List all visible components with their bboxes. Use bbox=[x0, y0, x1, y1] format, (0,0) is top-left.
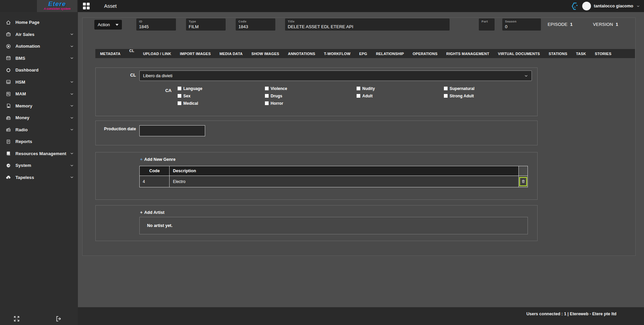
sidebar-item-label: Money bbox=[15, 115, 30, 120]
sidebar-item-label: Automation bbox=[15, 44, 40, 49]
tab-virtual-documents[interactable]: VIRTUAL DOCUMENTS bbox=[498, 52, 540, 56]
search-doc-icon bbox=[6, 91, 12, 97]
checkbox-supernatural[interactable] bbox=[444, 87, 448, 90]
briefcase-icon bbox=[6, 32, 12, 37]
chevron-down-icon bbox=[70, 44, 74, 48]
footer: Users connected : 1 | Etereweb - Etere p… bbox=[78, 307, 644, 325]
genre-section: Add New Genre Code Description 4Electro bbox=[95, 152, 538, 200]
tab-import-images[interactable]: IMPORT IMAGES bbox=[180, 52, 211, 56]
field-type[interactable]: TypeFILM bbox=[186, 18, 226, 31]
tab-t-workflow[interactable]: T-WORKFLOW bbox=[324, 52, 351, 56]
field-title[interactable]: TitleDELETE ASSET EDL ETERE API bbox=[285, 18, 450, 31]
tab-rights-management[interactable]: RIGHTS MANAGEMENT bbox=[446, 52, 489, 56]
checkbox-language[interactable] bbox=[178, 87, 181, 90]
sidebar-item-label: Resources Management bbox=[15, 151, 66, 156]
cl-label: CL bbox=[96, 73, 136, 78]
fullscreen-button[interactable] bbox=[13, 316, 20, 323]
checkbox-adult[interactable] bbox=[357, 94, 360, 98]
checkbox-medical[interactable] bbox=[178, 101, 181, 105]
plus-icon bbox=[140, 210, 143, 215]
sidebar-item-home-page[interactable]: Home Page bbox=[0, 16, 78, 29]
checkbox-nudity[interactable] bbox=[357, 87, 360, 90]
sidebar-item-memory[interactable]: Memory bbox=[0, 100, 78, 112]
trash-icon bbox=[521, 179, 525, 184]
tab-operations[interactable]: OPERATIONS bbox=[413, 52, 438, 56]
avatar bbox=[582, 2, 591, 10]
user-name: tantalocco giacomo bbox=[594, 4, 633, 8]
sidebar-item-reports[interactable]: Reports bbox=[0, 136, 78, 148]
field-value: DELETE ASSET EDL ETERE API bbox=[288, 24, 447, 30]
apps-grid-button[interactable] bbox=[82, 2, 90, 10]
chevron-down-icon bbox=[636, 4, 640, 8]
checkbox-drugs[interactable] bbox=[265, 94, 269, 98]
logout-icon bbox=[55, 318, 62, 323]
tab-cl[interactable]: CL bbox=[129, 49, 134, 53]
sidebar-item-air-sales[interactable]: Air Sales bbox=[0, 29, 78, 41]
ca-checkbox-item: Violence bbox=[265, 86, 357, 91]
field-label: Code bbox=[238, 20, 273, 23]
etere-logo[interactable]: Etere A consisten system bbox=[37, 0, 77, 12]
circle-icon bbox=[6, 67, 12, 73]
sidebar-header: Etere A consisten system bbox=[0, 0, 78, 12]
tab-metadata[interactable]: METADATA bbox=[100, 52, 121, 56]
chevron-down-icon bbox=[70, 128, 74, 132]
sidebar-item-radio[interactable]: Radio bbox=[0, 124, 78, 136]
checkbox-label: Medical bbox=[183, 101, 198, 106]
chevron-down-icon bbox=[70, 175, 74, 179]
chevron-down-icon bbox=[70, 104, 74, 108]
cl-select[interactable]: Libero da divieti bbox=[139, 71, 532, 81]
ca-checkbox-item: Nudity bbox=[357, 86, 444, 91]
ca-checkbox-item: Horror bbox=[265, 101, 357, 106]
sidebar-item-resources-management[interactable]: Resources Management bbox=[0, 148, 78, 160]
ca-checkbox-item: Supernatural bbox=[444, 86, 508, 91]
column-header-description: Description bbox=[169, 166, 518, 176]
artist-empty-text: No artist yet. bbox=[147, 223, 173, 228]
table-row: 4Electro bbox=[139, 176, 528, 187]
sidebar-item-tapeless[interactable]: Tapeless bbox=[0, 172, 78, 184]
tab-media-data[interactable]: MEDIA DATA bbox=[220, 52, 243, 56]
field-season[interactable]: Season0 bbox=[502, 18, 541, 31]
tab-relationship[interactable]: RELATIONSHIP bbox=[376, 52, 404, 56]
checkbox-label: Horror bbox=[271, 101, 283, 106]
sidebar-item-label: Memory bbox=[15, 103, 32, 108]
sidebar-item-mam[interactable]: MAM bbox=[0, 88, 78, 100]
chevron-down-icon bbox=[70, 32, 74, 36]
checkbox-horror[interactable] bbox=[265, 101, 269, 105]
add-artist-button[interactable]: Add Artist bbox=[140, 210, 165, 215]
tab-stories[interactable]: STORIES bbox=[595, 52, 611, 56]
production-date-input[interactable] bbox=[139, 125, 205, 136]
sidebar-item-dashboard[interactable]: Dashboard bbox=[0, 64, 78, 76]
ca-checkbox-column: SupernaturalStrong Adult bbox=[444, 86, 508, 106]
genre-description-cell: Electro bbox=[169, 176, 518, 187]
checkbox-violence[interactable] bbox=[265, 87, 269, 90]
tab-stations[interactable]: STATIONS bbox=[549, 52, 567, 56]
sidebar-item-label: Radio bbox=[15, 127, 28, 132]
episode-value: 1 bbox=[570, 22, 572, 27]
sidebar-item-system[interactable]: System bbox=[0, 159, 78, 172]
field-label: Season bbox=[505, 20, 538, 23]
tab-show-images[interactable]: SHOW IMAGES bbox=[251, 52, 279, 56]
sidebar-item-money[interactable]: Money bbox=[0, 112, 78, 124]
field-part[interactable]: Part bbox=[479, 18, 495, 31]
user-menu[interactable]: tantalocco giacomo bbox=[570, 0, 640, 12]
production-date-section: Production date bbox=[95, 121, 538, 145]
tab-upload-link[interactable]: UPLOAD / LINK bbox=[143, 52, 171, 56]
checkbox-sex[interactable] bbox=[178, 94, 181, 98]
sidebar-item-hsm[interactable]: HSM bbox=[0, 76, 78, 88]
sidebar-nav: Home PageAir SalesAutomationBMSDashboard… bbox=[0, 12, 78, 183]
add-new-genre-button[interactable]: Add New Genre bbox=[140, 157, 176, 162]
sidebar-item-label: Tapeless bbox=[15, 175, 34, 180]
delete-genre-button[interactable] bbox=[519, 177, 527, 186]
ca-checkbox-column: NudityAdult bbox=[357, 86, 444, 106]
sidebar-item-automation[interactable]: Automation bbox=[0, 40, 78, 52]
field-code[interactable]: Code1843 bbox=[236, 18, 275, 31]
field-id[interactable]: ID1845 bbox=[136, 18, 176, 31]
tab-annotations[interactable]: ANNOTATIONS bbox=[288, 52, 315, 56]
sidebar-item-bms[interactable]: BMS bbox=[0, 52, 78, 64]
tab-task[interactable]: TASK bbox=[576, 52, 586, 56]
logout-button[interactable] bbox=[55, 316, 62, 323]
tab-epg[interactable]: EPG bbox=[359, 52, 367, 56]
action-button[interactable]: Action bbox=[94, 20, 122, 30]
version-display: VERSION 1 bbox=[593, 22, 618, 27]
checkbox-strong-adult[interactable] bbox=[444, 94, 448, 98]
